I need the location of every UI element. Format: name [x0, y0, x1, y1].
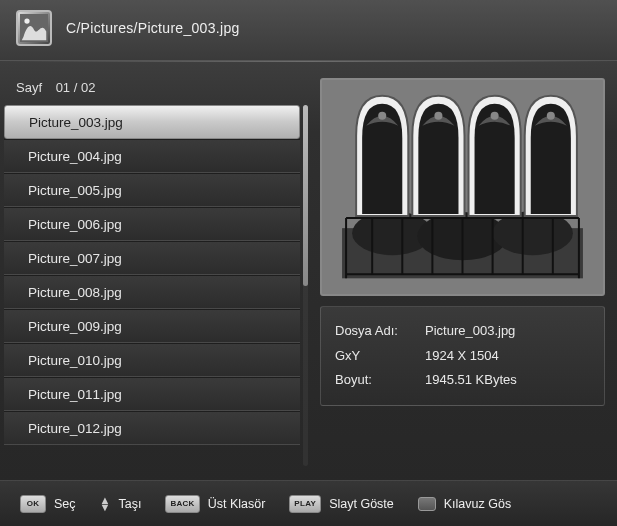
svg-point-10: [491, 112, 499, 120]
hint-play: PLAY Slayt Göste: [289, 495, 393, 513]
hint-guide: Kılavuz Gös: [418, 497, 511, 511]
list-item-label: Picture_003.jpg: [29, 115, 123, 130]
info-size: Boyut: 1945.51 KBytes: [335, 368, 590, 393]
scrollbar-thumb[interactable]: [303, 105, 308, 286]
info-size-label: Boyut:: [335, 368, 425, 393]
file-list: Picture_003.jpgPicture_004.jpgPicture_00…: [4, 105, 308, 466]
file-list-panel: Sayf 01 / 02 Picture_003.jpgPicture_004.…: [4, 72, 308, 466]
info-filename-value: Picture_003.jpg: [425, 319, 590, 344]
list-item-label: Picture_011.jpg: [28, 387, 122, 402]
info-filename-label: Dosya Adı:: [335, 319, 425, 344]
info-dimensions-label: GxY: [335, 344, 425, 369]
list-item[interactable]: Picture_006.jpg: [4, 207, 300, 241]
preview-panel: Dosya Adı: Picture_003.jpg GxY 1924 X 15…: [320, 72, 605, 466]
hint-select: OK Seç: [20, 495, 76, 513]
list-item-label: Picture_012.jpg: [28, 421, 122, 436]
color-key-icon: [418, 497, 436, 511]
svg-point-9: [434, 112, 442, 120]
hint-move: ▲▼ Taşı: [100, 497, 142, 511]
updown-arrows-icon: ▲▼: [100, 497, 111, 509]
svg-point-11: [547, 112, 555, 120]
info-filename: Dosya Adı: Picture_003.jpg: [335, 319, 590, 344]
list-item-label: Picture_007.jpg: [28, 251, 122, 266]
hint-guide-label: Kılavuz Gös: [444, 497, 511, 511]
hint-move-label: Taşı: [118, 497, 141, 511]
list-item[interactable]: Picture_008.jpg: [4, 275, 300, 309]
list-item-label: Picture_010.jpg: [28, 353, 122, 368]
svg-point-1: [24, 18, 29, 23]
preview-image: [320, 78, 605, 296]
list-item[interactable]: Picture_011.jpg: [4, 377, 300, 411]
app-icon: [16, 10, 52, 46]
hint-back-label: Üst Klasör: [208, 497, 266, 511]
ok-key-icon: OK: [20, 495, 46, 513]
list-item[interactable]: Picture_003.jpg: [4, 105, 300, 139]
breadcrumb: C/Pictures/Picture_003.jpg: [66, 20, 240, 36]
info-dimensions: GxY 1924 X 1504: [335, 344, 590, 369]
play-key-icon: PLAY: [289, 495, 321, 513]
info-size-value: 1945.51 KBytes: [425, 368, 590, 393]
list-item[interactable]: Picture_007.jpg: [4, 241, 300, 275]
list-item-label: Picture_005.jpg: [28, 183, 122, 198]
page-indicator: Sayf 01 / 02: [4, 72, 308, 105]
hint-back: BACK Üst Klasör: [165, 495, 265, 513]
header: C/Pictures/Picture_003.jpg: [0, 0, 617, 61]
scrollbar-track[interactable]: [303, 105, 308, 466]
list-item[interactable]: Picture_004.jpg: [4, 139, 300, 173]
file-info-box: Dosya Adı: Picture_003.jpg GxY 1924 X 15…: [320, 306, 605, 406]
list-item-label: Picture_004.jpg: [28, 149, 122, 164]
info-dimensions-value: 1924 X 1504: [425, 344, 590, 369]
list-item[interactable]: Picture_005.jpg: [4, 173, 300, 207]
hint-play-label: Slayt Göste: [329, 497, 394, 511]
list-item[interactable]: Picture_010.jpg: [4, 343, 300, 377]
list-item-label: Picture_008.jpg: [28, 285, 122, 300]
footer-hints: OK Seç ▲▼ Taşı BACK Üst Klasör PLAY Slay…: [0, 480, 617, 526]
back-key-icon: BACK: [165, 495, 199, 513]
hint-select-label: Seç: [54, 497, 76, 511]
svg-point-8: [378, 112, 386, 120]
content: Sayf 01 / 02 Picture_003.jpgPicture_004.…: [0, 62, 617, 470]
list-item-label: Picture_009.jpg: [28, 319, 122, 334]
list-item[interactable]: Picture_009.jpg: [4, 309, 300, 343]
page-label: Sayf: [16, 80, 42, 95]
page-value: 01 / 02: [56, 80, 96, 95]
list-item-label: Picture_006.jpg: [28, 217, 122, 232]
list-item[interactable]: Picture_012.jpg: [4, 411, 300, 445]
